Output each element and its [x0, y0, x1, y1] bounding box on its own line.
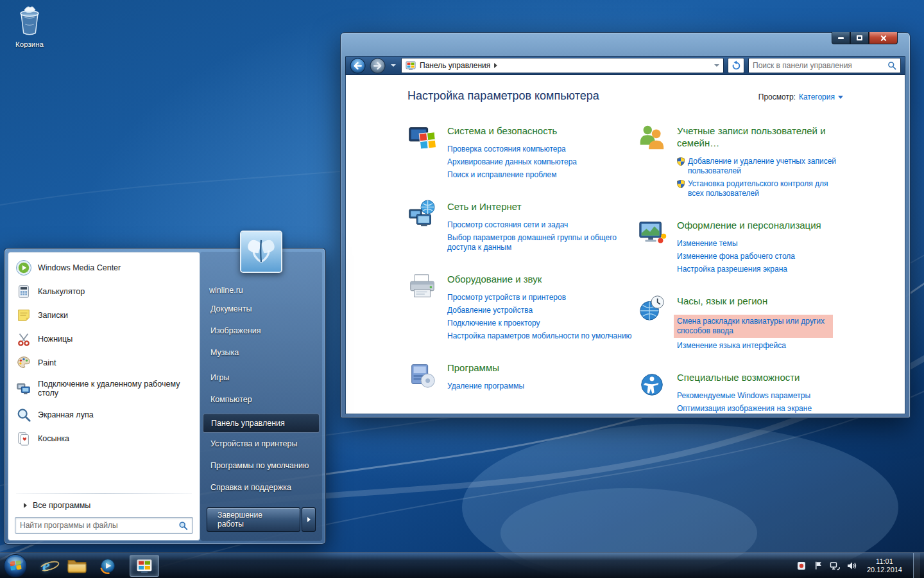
view-by-value[interactable]: Категория: [799, 92, 835, 101]
taskbar-explorer[interactable]: [64, 553, 90, 578]
place-help-support[interactable]: Справка и поддержка: [200, 477, 322, 498]
taskbar-media-player[interactable]: [95, 553, 121, 578]
program-snipping-tool[interactable]: Ножницы: [8, 327, 200, 351]
link-backup[interactable]: Архивирование данных компьютера: [447, 157, 577, 167]
control-panel-window: Панель управления Поиск в панели управле…: [340, 32, 911, 418]
breadcrumb-chevron-icon[interactable]: [494, 63, 497, 68]
address-dropdown-icon[interactable]: [714, 64, 719, 67]
network-internet-icon[interactable]: [407, 199, 438, 230]
program-sticky-notes[interactable]: Записки: [8, 303, 200, 327]
category-title[interactable]: Оборудование и звук: [447, 273, 542, 285]
clock-language-region-icon[interactable]: [637, 293, 668, 324]
user-avatar[interactable]: [240, 231, 282, 273]
hardware-sound-icon[interactable]: [407, 272, 438, 302]
page-title: Настройка параметров компьютера: [407, 89, 599, 103]
program-remote-desktop[interactable]: Подключение к удаленному рабочему столу: [8, 374, 200, 403]
back-button[interactable]: [350, 58, 366, 74]
category-title[interactable]: Программы: [447, 362, 499, 374]
program-solitaire[interactable]: Косынка: [8, 426, 200, 450]
link-mobility-settings[interactable]: Настройка параметров мобильности по умол…: [447, 331, 632, 341]
view-by-dropdown-icon[interactable]: [838, 96, 843, 99]
system-security-icon[interactable]: [407, 123, 438, 154]
link-change-background[interactable]: Изменение фона рабочего стола: [677, 252, 821, 261]
minimize-button[interactable]: [832, 32, 850, 44]
link-check-computer-status[interactable]: Проверка состояния компьютера: [447, 144, 577, 154]
shutdown-button[interactable]: Завершение работы: [207, 507, 300, 532]
forward-button[interactable]: [370, 58, 386, 74]
maximize-button[interactable]: [850, 32, 869, 44]
shutdown-options-button[interactable]: [302, 507, 316, 532]
category-title[interactable]: Сеть и Интернет: [447, 200, 522, 213]
ease-of-access-icon[interactable]: [637, 370, 668, 401]
all-programs-button[interactable]: Все программы: [8, 496, 200, 514]
category-title[interactable]: Специальные возможности: [677, 371, 800, 383]
place-default-programs[interactable]: Программы по умолчанию: [200, 455, 322, 477]
control-panel-search-input[interactable]: Поиск в панели управления: [748, 58, 901, 73]
taskbar-clock[interactable]: 11:01 20.12.2014: [867, 557, 902, 574]
program-magnifier[interactable]: Экранная лупа: [8, 403, 200, 426]
link-homegroup-options[interactable]: Выбор параметров домашней группы и общег…: [447, 233, 633, 252]
link-change-keyboard-layout[interactable]: Смена раскладки клавиатуры или других сп…: [674, 315, 833, 338]
volume-icon[interactable]: [846, 560, 857, 571]
network-icon[interactable]: [830, 560, 841, 571]
show-desktop-button[interactable]: [913, 553, 920, 578]
link-uninstall-program[interactable]: Удаление программы: [447, 381, 524, 391]
place-control-panel[interactable]: Панель управления: [203, 414, 320, 433]
tray-program-icon[interactable]: [796, 560, 807, 571]
link-parental-controls[interactable]: Установка родительского контроля для все…: [677, 179, 842, 198]
link-connect-projector[interactable]: Подключение к проектору: [447, 319, 632, 328]
start-menu-places-panel: winline.ru Документы Изображения Музыка …: [200, 252, 322, 541]
link-network-status[interactable]: Просмотр состояния сети и задач: [447, 220, 633, 230]
control-panel-content: Настройка параметров компьютера Просмотр…: [345, 75, 905, 414]
place-computer[interactable]: Компьютер: [200, 389, 322, 410]
link-screen-resolution[interactable]: Настройка разрешения экрана: [677, 265, 821, 274]
action-center-flag-icon[interactable]: [813, 560, 824, 571]
window-titlebar[interactable]: [345, 33, 905, 56]
program-calculator[interactable]: Калькулятор: [8, 279, 200, 303]
taskbar-internet-explorer[interactable]: e: [33, 553, 59, 578]
clock-time: 11:01: [867, 557, 902, 566]
link-change-theme[interactable]: Изменение темы: [677, 239, 821, 249]
category-title[interactable]: Оформление и персонализация: [677, 219, 821, 231]
program-paint[interactable]: Paint: [8, 351, 200, 374]
place-devices-printers[interactable]: Устройства и принтеры: [200, 433, 322, 455]
close-icon: [880, 35, 887, 42]
refresh-button[interactable]: [728, 58, 744, 73]
sticky-notes-icon: [15, 306, 32, 324]
start-menu-programs-panel: Windows Media Center Калькулятор Записки…: [8, 252, 200, 541]
program-label: Косынка: [38, 434, 69, 443]
category-title[interactable]: Часы, язык и регион: [677, 295, 767, 307]
media-center-icon: [15, 259, 32, 276]
remote-desktop-icon: [15, 380, 32, 398]
link-optimize-display[interactable]: Оптимизация изображения на экране: [677, 404, 812, 414]
breadcrumb-control-panel[interactable]: Панель управления: [420, 61, 490, 70]
link-suggested-settings[interactable]: Рекомендуемые Windows параметры: [677, 391, 812, 401]
user-accounts-icon[interactable]: [637, 123, 668, 154]
link-change-display-language[interactable]: Изменение языка интерфейса: [677, 341, 833, 351]
close-button[interactable]: [869, 32, 898, 44]
link-find-fix-problems[interactable]: Поиск и исправление проблем: [447, 170, 577, 180]
program-label: Записки: [38, 311, 68, 320]
program-windows-media-center[interactable]: Windows Media Center: [8, 256, 200, 279]
start-button[interactable]: [3, 553, 28, 578]
history-dropdown-icon[interactable]: [391, 64, 396, 67]
search-icon: [178, 521, 188, 530]
place-music[interactable]: Музыка: [200, 342, 322, 363]
programs-icon[interactable]: [407, 360, 438, 391]
search-placeholder: Поиск в панели управления: [753, 61, 887, 70]
appearance-icon[interactable]: [637, 218, 668, 249]
maximize-icon: [857, 35, 862, 40]
start-search-input[interactable]: Найти программы и файлы: [15, 517, 193, 534]
category-title[interactable]: Система и безопасность: [447, 125, 557, 137]
place-games[interactable]: Игры: [200, 367, 322, 389]
user-name[interactable]: winline.ru: [200, 283, 322, 298]
address-bar[interactable]: Панель управления: [401, 58, 724, 73]
place-documents[interactable]: Документы: [200, 298, 322, 320]
link-add-device[interactable]: Добавление устройства: [447, 306, 632, 315]
place-pictures[interactable]: Изображения: [200, 320, 322, 342]
taskbar-active-control-panel[interactable]: [130, 555, 159, 577]
category-title[interactable]: Учетные записи пользователей и семейн…: [677, 125, 839, 149]
link-devices-printers[interactable]: Просмотр устройств и принтеров: [447, 293, 632, 302]
link-add-remove-accounts[interactable]: Добавление и удаление учетных записей по…: [677, 157, 842, 176]
recycle-bin[interactable]: Корзина: [6, 5, 53, 48]
